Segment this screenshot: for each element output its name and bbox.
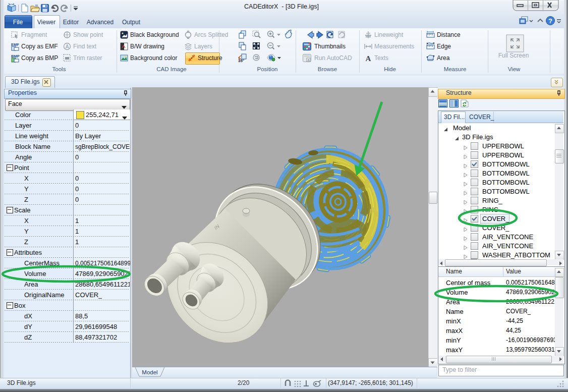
svg-text:A: A xyxy=(66,44,69,49)
svg-text:35°: 35° xyxy=(238,59,244,63)
svg-text:Model: Model xyxy=(142,369,157,375)
svg-text:a: a xyxy=(308,58,310,62)
svg-text:A: A xyxy=(366,54,371,62)
svg-text:?: ? xyxy=(548,17,552,25)
